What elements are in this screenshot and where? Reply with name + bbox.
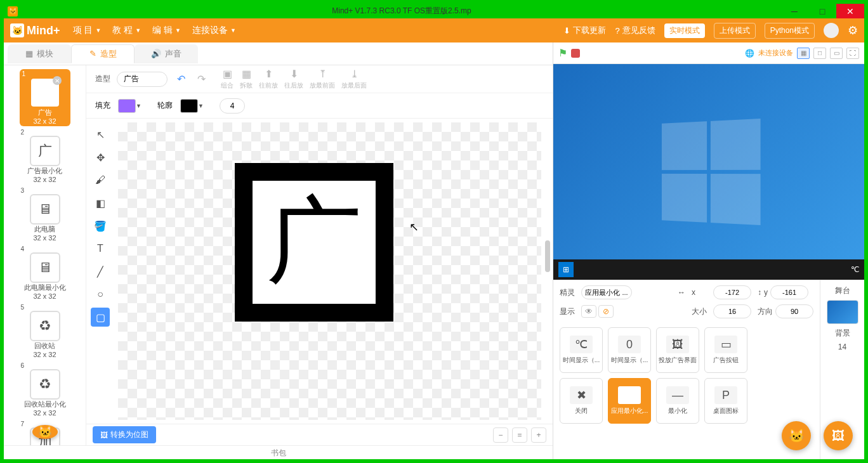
- mode-realtime[interactable]: 实时模式: [664, 23, 705, 38]
- tool-text[interactable]: T: [91, 239, 110, 258]
- costume-item[interactable]: 2广广告最小化32 x 32: [20, 129, 70, 185]
- sprite-card[interactable]: ▭广告按钮: [704, 327, 747, 373]
- toolgroup-2[interactable]: ⬆往前放: [259, 68, 278, 90]
- toolgroup-3[interactable]: ⬇往后放: [284, 68, 303, 90]
- costume-item[interactable]: 4🖥此电脑最小化32 x 32: [20, 245, 70, 301]
- costume-glyph: 广: [253, 181, 376, 304]
- toolgroup-0[interactable]: ▣组合: [221, 68, 233, 90]
- menu-connect[interactable]: 连接设备▼: [192, 25, 236, 36]
- fill-swatch[interactable]: ▼: [118, 99, 136, 113]
- menu-edit[interactable]: 编 辑▼: [152, 25, 181, 36]
- menu-tutorial[interactable]: 教 程▼: [112, 25, 141, 36]
- sprite-label: 精灵: [560, 287, 575, 298]
- costume-item[interactable]: 5♻回收站32 x 32: [20, 304, 70, 360]
- mode-upload[interactable]: 上传模式: [714, 23, 756, 39]
- undo-icon[interactable]: ↶: [174, 72, 188, 86]
- add-costume-button[interactable]: 🐱: [32, 425, 58, 439]
- tool-brush[interactable]: 🖌: [91, 171, 110, 190]
- stage[interactable]: ⊞ ℃: [553, 64, 864, 280]
- sprite-card[interactable]: ℃时间显示（...: [560, 327, 603, 373]
- zoom-in-button[interactable]: +: [531, 427, 546, 443]
- view-large-icon[interactable]: ▭: [830, 48, 843, 59]
- stage-thumb[interactable]: [827, 300, 858, 324]
- feedback[interactable]: ? 意见反馈: [615, 25, 655, 36]
- sprite-card[interactable]: 0时间显示（...: [608, 327, 651, 373]
- sprite-card[interactable]: ✖关闭: [560, 378, 603, 424]
- green-flag-icon[interactable]: ⚑: [558, 47, 567, 59]
- sprite-card[interactable]: P桌面图标: [704, 378, 747, 424]
- costume-item[interactable]: 3🖥此电脑32 x 32: [20, 187, 70, 243]
- zoom-reset-button[interactable]: =: [512, 427, 527, 443]
- stop-icon[interactable]: [571, 49, 580, 58]
- view-small-icon[interactable]: ▦: [797, 48, 810, 59]
- start-icon: ⊞: [558, 262, 574, 277]
- add-backdrop-button[interactable]: 🖼: [824, 421, 853, 450]
- fill-label: 填充: [95, 100, 110, 111]
- globe-icon: 🌐: [745, 49, 754, 58]
- tool-line[interactable]: ╱: [91, 262, 110, 281]
- size-input[interactable]: [713, 304, 751, 318]
- stage-header: ⚑ 🌐 未连接设备 ▦ □ ▭ ⛶: [553, 42, 864, 64]
- outline-swatch[interactable]: ▼: [180, 99, 198, 113]
- sprite-grid: ℃时间显示（...0时间显示（...🖼投放广告界面▭广告按钮✖关闭广应用最小化.…: [553, 323, 820, 459]
- redo-icon[interactable]: ↷: [194, 72, 208, 86]
- mode-python[interactable]: Python模式: [765, 23, 815, 39]
- costume-item[interactable]: 1广✕广告32 x 32: [20, 69, 70, 126]
- zoom-out-button[interactable]: −: [493, 427, 508, 443]
- temp-indicator: ℃: [851, 265, 859, 274]
- tool-circle[interactable]: ○: [91, 285, 110, 304]
- xy-icon: ↔: [678, 288, 685, 297]
- sprite-card[interactable]: 广应用最小化...: [608, 378, 651, 424]
- x-input[interactable]: [713, 285, 751, 299]
- tab-sounds[interactable]: 🔊 声音: [135, 44, 198, 63]
- logo: 🐱 Mind+: [10, 23, 60, 37]
- sprite-card[interactable]: —最小化: [656, 378, 699, 424]
- convert-bitmap-button[interactable]: 🖼 转换为位图: [93, 426, 156, 443]
- menu-project[interactable]: 项 目▼: [73, 25, 102, 36]
- add-sprite-button[interactable]: 🐱: [782, 421, 811, 450]
- y-input[interactable]: [770, 285, 808, 299]
- logo-icon: 🐱: [10, 23, 24, 37]
- minimize-button[interactable]: ─: [780, 4, 808, 18]
- outline-width-input[interactable]: [220, 98, 245, 114]
- dir-input[interactable]: [775, 304, 813, 318]
- tab-costumes[interactable]: ✎ 造型: [71, 44, 135, 63]
- hide-button[interactable]: ⊘: [598, 305, 614, 318]
- windows-logo-icon: [662, 119, 761, 225]
- app-icon: 🐱: [8, 6, 18, 16]
- costume-name-input[interactable]: [117, 72, 168, 87]
- tool-rect[interactable]: ▢: [91, 308, 110, 327]
- costume-shape[interactable]: 广: [235, 163, 393, 322]
- toolgroup-1[interactable]: ▦拆散: [240, 68, 253, 90]
- sprite-name-input[interactable]: [581, 285, 632, 299]
- canvas-bottom-bar: 🖼 转换为位图 − = +: [86, 424, 553, 445]
- toolgroup-4[interactable]: ⤒放最前面: [310, 68, 335, 90]
- close-button[interactable]: ✕: [836, 4, 864, 18]
- backdrop-label: 背景: [835, 328, 850, 339]
- download-update[interactable]: ⬇ 下载更新: [563, 25, 606, 36]
- sprite-card[interactable]: 🖼投放广告界面: [656, 327, 699, 373]
- view-medium-icon[interactable]: □: [813, 48, 826, 59]
- outline-label: 轮廓: [157, 100, 173, 111]
- show-button[interactable]: 👁: [581, 305, 596, 318]
- toolgroup-5[interactable]: ⤓放最后面: [341, 68, 367, 90]
- tool-reshape[interactable]: ✥: [91, 148, 110, 167]
- costume-list[interactable]: 1广✕广告32 x 322广广告最小化32 x 323🖥此电脑32 x 324🖥…: [4, 65, 86, 445]
- tool-select[interactable]: ↖: [91, 125, 110, 144]
- gear-icon[interactable]: ⚙: [848, 23, 858, 37]
- stage-label: 舞台: [835, 285, 850, 296]
- x-label: x: [692, 288, 707, 297]
- costume-item[interactable]: 6♻回收站最小化32 x 32: [20, 362, 70, 418]
- tool-fill[interactable]: 🪣: [91, 216, 110, 235]
- window-title: Mind+ V1.7.3 RC3.0 TF OS重置版2.5.mp: [23, 6, 780, 16]
- show-label: 显示: [560, 306, 575, 317]
- maximize-button[interactable]: □: [808, 4, 836, 18]
- scrollbar-vertical[interactable]: [545, 240, 550, 272]
- avatar[interactable]: [824, 23, 839, 38]
- backpack[interactable]: 书包: [4, 445, 553, 459]
- tool-eraser[interactable]: ◧: [91, 193, 110, 212]
- dir-label: 方向: [758, 306, 773, 317]
- canvas[interactable]: 广 ↖: [114, 119, 553, 424]
- tab-blocks[interactable]: ▦ 模块: [8, 44, 71, 63]
- fullscreen-icon[interactable]: ⛶: [846, 48, 859, 59]
